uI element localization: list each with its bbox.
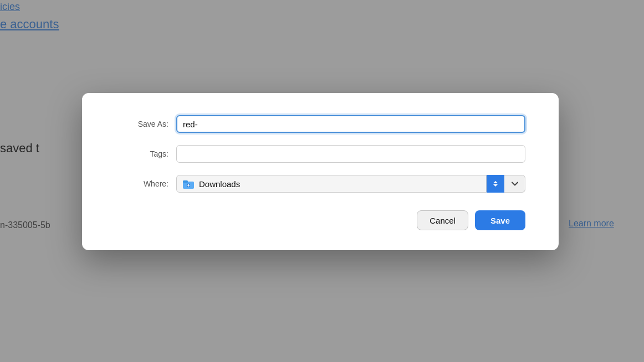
- svg-rect-1: [183, 180, 188, 183]
- where-updown-button[interactable]: [487, 175, 504, 193]
- where-selector[interactable]: Downloads: [176, 175, 487, 193]
- tags-input[interactable]: [176, 145, 525, 163]
- where-row: Where: Downloads: [115, 175, 525, 193]
- save-button[interactable]: Save: [475, 210, 525, 230]
- where-expand-button[interactable]: [504, 175, 525, 193]
- cancel-button[interactable]: Cancel: [417, 210, 468, 230]
- dialog-buttons: Cancel Save: [115, 210, 525, 230]
- tags-label: Tags:: [115, 149, 176, 158]
- folder-icon: [182, 178, 195, 190]
- save-as-input[interactable]: [176, 115, 525, 133]
- tags-row: Tags:: [115, 145, 525, 163]
- where-label: Where:: [115, 179, 176, 188]
- save-dialog: Save As: Tags: Where: Downloads: [82, 93, 559, 250]
- where-value: Downloads: [199, 179, 240, 189]
- save-as-label: Save As:: [115, 120, 176, 128]
- save-as-row: Save As:: [115, 115, 525, 133]
